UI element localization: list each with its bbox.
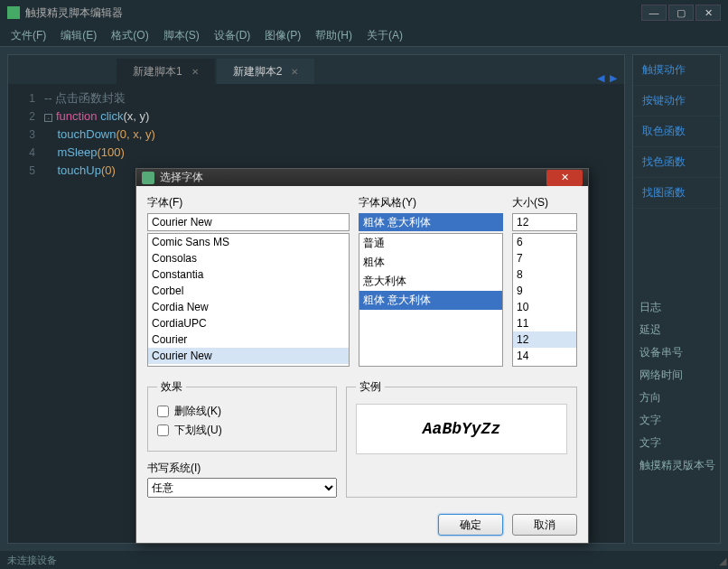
dialog-title: 选择字体 (160, 170, 203, 185)
menu-about[interactable]: 关于(A) (361, 26, 408, 45)
statusbar: 未连接设备 (0, 551, 728, 569)
size-option[interactable]: 12 (513, 331, 576, 348)
style-label: 字体风格(Y) (359, 195, 503, 210)
menu-file[interactable]: 文件(F) (5, 26, 51, 45)
script-select[interactable]: 任意 (147, 478, 337, 498)
menu-script[interactable]: 脚本(S) (158, 26, 205, 45)
tab-script-2[interactable]: 新建脚本2 ✕ (217, 59, 315, 84)
size-label: 大小(S) (512, 195, 577, 210)
dialog-titlebar: 选择字体 ✕ (136, 169, 588, 186)
underline-input[interactable] (157, 424, 169, 436)
side-item-getcolor[interactable]: 取色函数 (633, 117, 720, 147)
side-item-touch[interactable]: 触摸动作 (633, 55, 720, 86)
tab-close-icon[interactable]: ✕ (191, 67, 199, 77)
fold-icon[interactable]: - (44, 114, 52, 122)
size-option[interactable]: 6 (513, 234, 576, 250)
effects-legend: 效果 (157, 379, 186, 395)
font-input[interactable] (147, 213, 350, 231)
tab-label: 新建脚本2 (233, 64, 283, 79)
effects-fieldset: 效果 删除线(K) 下划线(U) (147, 379, 337, 452)
maximize-button[interactable]: ▢ (668, 5, 694, 21)
strikeout-checkbox[interactable]: 删除线(K) (157, 404, 327, 419)
style-option[interactable]: 粗体 意大利体 (359, 291, 502, 310)
dialog-close-button[interactable]: ✕ (546, 170, 583, 186)
font-option[interactable]: Constantia (148, 266, 349, 283)
app-title: 触摸精灵脚本编辑器 (25, 5, 123, 21)
code-editor[interactable]: 1 2 3 4 5 -- 点击函数封装 -function click(x, y… (8, 84, 624, 180)
code-content: -- 点击函数封装 -function click(x, y) touchDow… (44, 89, 155, 180)
menu-device[interactable]: 设备(D) (209, 26, 257, 45)
size-listbox[interactable]: 6 7 8 9 10 11 12 14 (512, 233, 577, 367)
side-item-findimage[interactable]: 找图函数 (633, 178, 720, 209)
side-item-key[interactable]: 按键动作 (633, 86, 720, 117)
font-option[interactable]: Courier (148, 331, 349, 348)
app-titlebar: 触摸精灵脚本编辑器 — ▢ ✕ (0, 0, 728, 25)
tabbar: 新建脚本1 ✕ 新建脚本2 ✕ ◀ ▶ (8, 55, 624, 84)
minimize-button[interactable]: — (641, 5, 667, 21)
script-label: 书写系统(I) (147, 461, 337, 476)
size-option[interactable]: 10 (513, 299, 576, 315)
cancel-button[interactable]: 取消 (512, 514, 577, 536)
font-option[interactable]: Cordia New (148, 299, 349, 315)
style-input[interactable] (359, 213, 503, 231)
menu-edit[interactable]: 编辑(E) (55, 26, 102, 45)
font-label: 字体(F) (147, 195, 350, 210)
menubar: 文件(F) 编辑(E) 格式(O) 脚本(S) 设备(D) 图像(P) 帮助(H… (0, 25, 728, 47)
close-button[interactable]: ✕ (695, 5, 721, 21)
style-option[interactable]: 意大利体 (359, 272, 502, 291)
size-option[interactable]: 9 (513, 283, 576, 299)
font-dialog: 选择字体 ✕ 字体(F) Comic Sans MS Consolas Cons… (135, 168, 589, 544)
menu-format[interactable]: 格式(O) (106, 26, 154, 45)
ok-button[interactable]: 确定 (438, 514, 503, 536)
font-option[interactable]: Consolas (148, 250, 349, 266)
menu-image[interactable]: 图像(P) (259, 26, 306, 45)
strikeout-input[interactable] (157, 406, 169, 417)
tab-next-icon[interactable]: ▶ (610, 72, 617, 84)
size-option[interactable]: 14 (513, 348, 576, 364)
resize-grip-icon[interactable]: ◢ (719, 555, 726, 567)
menu-help[interactable]: 帮助(H) (310, 26, 358, 45)
tab-close-icon[interactable]: ✕ (291, 67, 298, 77)
dialog-icon (142, 172, 154, 184)
style-listbox[interactable]: 普通 粗体 意大利体 粗体 意大利体 (359, 233, 503, 367)
right-hint-labels: 日志 延迟 设备串号 网络时间 方向 文字 文字 触摸精灵版本号 (639, 300, 715, 473)
sample-preview: AaBbYyZz (356, 404, 567, 454)
tab-nav: ◀ ▶ (597, 72, 617, 84)
app-icon (7, 6, 20, 19)
underline-checkbox[interactable]: 下划线(U) (157, 423, 327, 438)
tab-prev-icon[interactable]: ◀ (597, 72, 604, 84)
dialog-body: 字体(F) Comic Sans MS Consolas Constantia … (136, 186, 588, 507)
font-option[interactable]: CordiaUPC (148, 315, 349, 331)
size-option[interactable]: 7 (513, 250, 576, 266)
tab-label: 新建脚本1 (133, 64, 182, 79)
line-gutter: 1 2 3 4 5 (8, 89, 44, 180)
dialog-buttons: 确定 取消 (136, 507, 588, 543)
status-text: 未连接设备 (7, 554, 57, 567)
sample-legend: 实例 (356, 379, 385, 395)
font-listbox[interactable]: Comic Sans MS Consolas Constantia Corbel… (147, 233, 350, 367)
style-option[interactable]: 普通 (359, 234, 502, 253)
font-option[interactable]: Courier New (148, 348, 349, 364)
sample-fieldset: 实例 AaBbYyZz (346, 379, 577, 498)
size-input[interactable] (512, 213, 577, 231)
font-option[interactable]: Comic Sans MS (148, 234, 349, 250)
font-option[interactable]: Corbel (148, 283, 349, 299)
tab-script-1[interactable]: 新建脚本1 ✕ (117, 59, 215, 84)
window-controls: — ▢ ✕ (641, 5, 721, 21)
size-option[interactable]: 11 (513, 315, 576, 331)
size-option[interactable]: 8 (513, 266, 576, 283)
style-option[interactable]: 粗体 (359, 253, 502, 272)
side-item-findcolor[interactable]: 找色函数 (633, 147, 720, 178)
